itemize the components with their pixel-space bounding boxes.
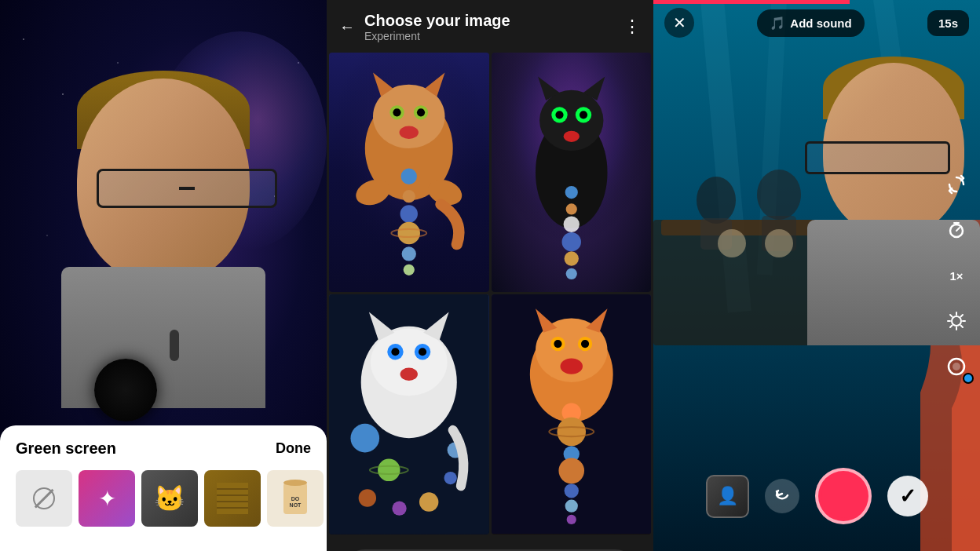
thumb-wood-photo[interactable] xyxy=(204,470,261,527)
right-glasses xyxy=(805,141,950,174)
svg-point-97 xyxy=(952,316,961,326)
svg-point-38 xyxy=(565,186,577,199)
svg-point-16 xyxy=(393,108,400,116)
svg-point-6 xyxy=(283,480,307,486)
cat-image-1[interactable] xyxy=(329,53,489,292)
earpiece xyxy=(170,330,179,361)
svg-point-51 xyxy=(391,348,399,356)
more-options-button[interactable]: ⋮ xyxy=(623,16,641,37)
thumbnail-preview: 👤 xyxy=(717,486,738,506)
cat-icon: 🐱 xyxy=(154,483,185,513)
undo-button[interactable] xyxy=(765,479,799,513)
cat3-svg xyxy=(329,294,489,534)
svg-point-91 xyxy=(765,229,793,257)
bottom-sheet-header: Green screen Done xyxy=(16,440,311,458)
cat1-svg xyxy=(329,53,489,292)
svg-point-37 xyxy=(563,131,579,142)
wood-icon xyxy=(217,483,248,514)
add-sound-button[interactable]: 🎵 Add sound xyxy=(757,9,864,37)
svg-point-79 xyxy=(566,515,576,524)
svg-point-53 xyxy=(400,368,418,381)
can-icon: DO NOT xyxy=(280,479,311,518)
svg-point-22 xyxy=(403,190,415,203)
right-panel: ✕ 🎵 Add sound 15s 1× xyxy=(653,0,980,551)
svg-point-40 xyxy=(563,217,579,232)
svg-point-86 xyxy=(697,177,736,224)
svg-point-59 xyxy=(419,493,438,512)
svg-point-88 xyxy=(757,170,801,220)
check-icon: ✓ xyxy=(899,484,916,509)
close-button[interactable]: ✕ xyxy=(664,8,694,38)
cat-image-2[interactable] xyxy=(492,53,652,292)
svg-point-23 xyxy=(400,205,418,222)
face-head xyxy=(77,78,250,283)
cat-image-3[interactable] xyxy=(329,294,489,534)
undo-icon xyxy=(773,487,791,505)
music-note-icon: 🎵 xyxy=(770,16,785,31)
blue-dot-badge xyxy=(963,373,974,384)
face-body xyxy=(61,267,265,408)
timer-badge: 15s xyxy=(927,10,969,36)
svg-line-104 xyxy=(961,315,964,317)
svg-point-78 xyxy=(565,500,577,513)
glasses-frame xyxy=(97,169,277,208)
thumb-can-photo[interactable]: DO NOT xyxy=(267,470,324,527)
svg-point-55 xyxy=(378,459,400,481)
right-bottom-controls: 👤 ✓ xyxy=(653,457,980,551)
svg-point-41 xyxy=(561,232,580,251)
user-face xyxy=(0,0,327,424)
no-image-icon xyxy=(33,487,55,509)
back-button[interactable]: ← xyxy=(339,18,355,36)
confirm-button[interactable]: ✓ xyxy=(887,476,928,516)
svg-text:DO: DO xyxy=(291,496,300,502)
svg-point-70 xyxy=(580,340,588,348)
flip-camera-button[interactable] xyxy=(941,169,972,200)
svg-point-21 xyxy=(401,169,417,184)
record-button[interactable] xyxy=(815,468,872,524)
svg-line-102 xyxy=(950,315,953,317)
svg-point-52 xyxy=(419,348,426,356)
svg-point-90 xyxy=(718,229,746,257)
svg-point-60 xyxy=(444,472,457,484)
green-screen-title: Green screen xyxy=(16,440,116,458)
record-inner xyxy=(821,474,865,518)
header-left: ← Choose your image Experiment xyxy=(339,11,510,42)
close-icon: ✕ xyxy=(673,13,686,32)
svg-point-24 xyxy=(398,222,420,244)
svg-point-107 xyxy=(953,363,960,370)
thumb-ai[interactable]: ✦ xyxy=(79,470,135,527)
svg-line-105 xyxy=(950,326,953,328)
speed-button[interactable]: 1× xyxy=(941,260,972,291)
effects-icon xyxy=(946,311,967,331)
svg-line-96 xyxy=(956,228,960,231)
svg-text:NOT: NOT xyxy=(290,502,302,508)
svg-point-39 xyxy=(565,203,576,214)
cat4-svg xyxy=(492,294,652,534)
done-button[interactable]: Done xyxy=(276,440,311,457)
svg-point-36 xyxy=(579,111,587,119)
thumb-none[interactable] xyxy=(16,470,72,527)
svg-line-103 xyxy=(961,326,964,328)
cat2-svg xyxy=(492,53,652,292)
timer-button[interactable] xyxy=(941,214,972,246)
svg-point-77 xyxy=(564,483,578,498)
face-silhouette xyxy=(53,78,273,377)
thumbnails-row: ✦ 🐱 DO NOT xyxy=(16,470,311,527)
svg-point-35 xyxy=(555,111,563,119)
svg-rect-0 xyxy=(217,483,248,514)
right-header: ✕ 🎵 Add sound 15s xyxy=(653,0,980,46)
cat-image-4[interactable] xyxy=(492,294,652,534)
add-sound-label: Add sound xyxy=(790,16,851,30)
middle-panel: ← Choose your image Experiment ⋮ xyxy=(327,0,653,551)
recent-clip-thumbnail[interactable]: 👤 xyxy=(706,475,749,518)
effects-button[interactable] xyxy=(941,305,972,337)
svg-point-58 xyxy=(392,502,406,516)
glasses xyxy=(97,169,277,208)
svg-point-26 xyxy=(402,246,416,261)
svg-point-73 xyxy=(557,418,586,447)
right-sidebar-icons: 1× xyxy=(941,169,972,382)
beauty-button[interactable] xyxy=(941,351,972,382)
thumb-cat-photo[interactable]: 🐱 xyxy=(141,470,198,527)
flip-icon xyxy=(946,174,967,195)
title-block: Choose your image Experiment xyxy=(364,11,510,42)
